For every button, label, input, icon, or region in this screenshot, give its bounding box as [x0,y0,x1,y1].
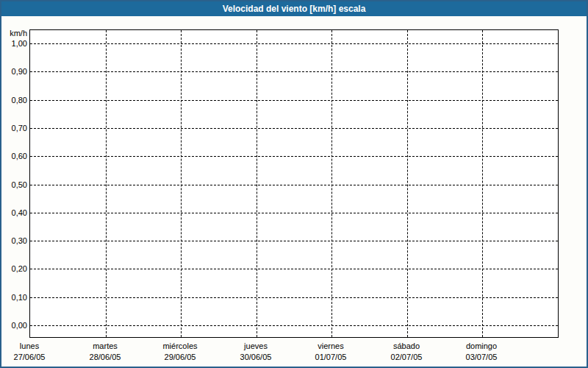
y-tick-label: 0,80 [1,95,27,105]
y-tick-label: 0,70 [1,123,27,133]
x-date: 30/06/05 [215,352,296,363]
grid-v-line [181,30,182,337]
x-category-label: sábado02/07/05 [366,341,447,363]
grid-v-line [482,30,483,337]
grid-h-line [30,128,558,129]
x-category-label: domingo03/07/05 [441,341,522,363]
x-date: 03/07/05 [441,352,522,363]
grid-h-line [30,100,558,101]
grid-h-line [30,71,558,72]
x-category-label: lunes27/06/05 [0,341,70,363]
x-date: 29/06/05 [140,352,220,363]
grid-h-line [30,156,558,157]
x-category-label: martes28/06/05 [65,341,146,363]
x-day-name: lunes [0,341,70,352]
grid-v-line [257,30,257,337]
y-tick-label: 0,40 [1,208,27,218]
titlebar: Velocidad del viento [km/h] escala [1,1,587,16]
grid-h-line [30,269,558,269]
grid-h-line [30,241,558,241]
grid-h-line [30,325,558,326]
grid-h-line [30,185,558,185]
x-date: 02/07/05 [366,352,447,363]
plot-area [29,29,559,338]
y-tick-label: 1,00 [1,38,27,49]
grid-h-line [30,213,558,213]
x-date: 01/07/05 [290,352,371,363]
x-day-name: viernes [290,341,371,352]
y-tick-label: 0,60 [1,151,27,161]
y-tick-label: 0,50 [1,180,27,190]
x-day-name: martes [65,341,146,352]
grid-v-line [407,30,408,337]
grid-v-line [331,30,332,337]
y-tick-label: 0,90 [1,66,27,77]
y-tick-label: 0,20 [1,263,27,274]
y-tick-label: 0,10 [1,292,27,302]
chart-title: Velocidad del viento [km/h] escala [223,4,366,14]
x-day-name: sábado [366,341,447,352]
x-category-label: viernes01/07/05 [290,341,371,363]
y-axis-labels: km/h 1,000,900,800,700,600,500,400,300,2… [1,1,27,367]
x-day-name: domingo [441,341,522,352]
x-axis-labels: lunes27/06/05martes28/06/05miércoles29/0… [1,341,587,364]
grid-h-line [30,43,558,44]
x-category-label: jueves30/06/05 [215,341,296,363]
y-tick-label: 0,00 [1,320,27,330]
x-day-name: jueves [215,341,296,352]
chart-window: Velocidad del viento [km/h] escala km/h … [0,0,588,368]
y-tick-label: 0,30 [1,236,27,246]
x-category-label: miércoles29/06/05 [140,341,220,363]
grid-h-line [30,297,558,298]
grid-v-line [106,30,107,337]
x-date: 28/06/05 [65,352,146,363]
x-date: 27/06/05 [0,352,70,363]
x-day-name: miércoles [140,341,220,352]
y-axis-unit-label: km/h [1,29,27,38]
